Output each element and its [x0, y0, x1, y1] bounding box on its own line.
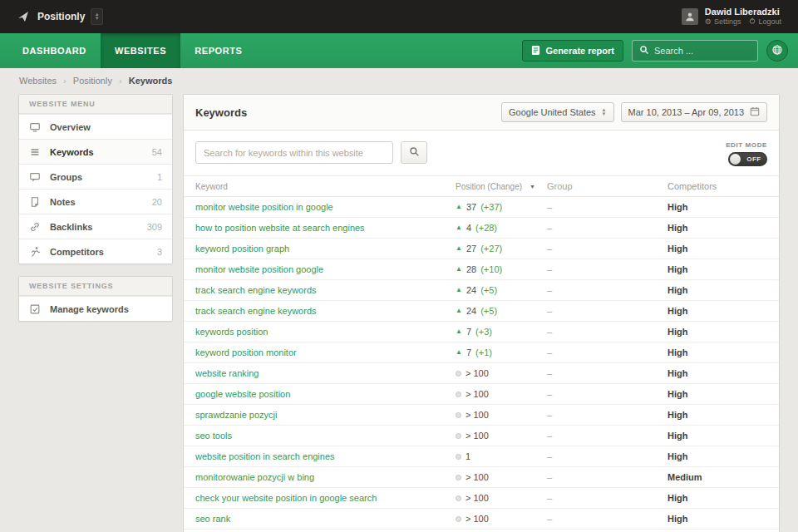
table-row: sprawdzanie pozycji> 100–High: [184, 405, 779, 426]
competitors-cell: High: [667, 410, 767, 420]
generate-report-button[interactable]: Generate report: [522, 40, 623, 62]
brand-name: Positionly: [37, 11, 85, 22]
keyword-link[interactable]: keywords position: [195, 327, 268, 337]
keyword-link[interactable]: sprawdzanie pozycji: [195, 410, 277, 420]
position-cell: > 100: [456, 410, 547, 420]
main-nav: Dashboard Websites Reports Generate repo…: [0, 33, 798, 68]
group-cell: –: [547, 244, 667, 254]
keyword-link[interactable]: google website position: [195, 389, 290, 399]
sidebar-item-competitors[interactable]: Competitors 3: [19, 239, 172, 264]
settings-link[interactable]: ⚙ Settings: [705, 17, 741, 27]
col-keyword[interactable]: Keyword: [195, 182, 456, 191]
table-row: keyword position monitor▲7(+1)–High: [184, 342, 779, 363]
sidebar-item-notes[interactable]: Notes 20: [19, 189, 172, 214]
keyword-link[interactable]: keyword position graph: [195, 244, 289, 254]
keyword-link[interactable]: seo tools: [195, 431, 232, 441]
table-row: website position in search engines1–High: [184, 446, 779, 467]
group-cell: –: [547, 514, 667, 524]
table-row: website ranking> 100–High: [184, 363, 779, 384]
position-no-change-icon: [456, 412, 461, 418]
table-row: keywords position▲7(+3)–High: [184, 322, 779, 342]
position-change: (+28): [475, 223, 497, 233]
keywords-table-body: monitor website position in google▲37(+3…: [184, 197, 779, 532]
breadcrumb: Websites › Positionly › Keywords: [0, 68, 798, 92]
page-title: Keywords: [195, 106, 247, 119]
group-cell: –: [547, 306, 667, 316]
website-menu-title: WEBSITE MENU: [19, 95, 172, 114]
competitors-cell: High: [667, 244, 767, 254]
tab-websites[interactable]: Websites: [101, 33, 180, 68]
col-group[interactable]: Group: [547, 181, 667, 191]
sidebar-item-backlinks[interactable]: Backlinks 309: [19, 214, 172, 239]
item-count: 20: [152, 197, 162, 207]
keyword-cell: track search engine keywords: [195, 305, 456, 317]
positionly-logo-icon: [17, 10, 30, 23]
keyword-link[interactable]: check your website position in google se…: [195, 493, 377, 503]
competitors-cell: High: [667, 223, 767, 233]
keyword-link[interactable]: track search engine keywords: [195, 306, 317, 316]
sidebar-item-manage-keywords[interactable]: Manage keywords: [19, 296, 172, 321]
power-icon: [749, 17, 756, 27]
keyword-link[interactable]: monitor website position in google: [195, 202, 333, 212]
table-row: track search engine keywords▲24(+5)–High: [184, 301, 779, 322]
report-doc-icon: [531, 45, 540, 57]
keyword-link[interactable]: seo rank: [195, 514, 230, 524]
sidebar-item-overview[interactable]: Overview: [19, 114, 172, 139]
breadcrumb-websites[interactable]: Websites: [19, 76, 57, 86]
date-range-picker[interactable]: Mar 10, 2013 – Apr 09, 2013: [621, 102, 767, 122]
keyword-link[interactable]: how to position website at search engine…: [195, 223, 365, 233]
keyword-cell: how to position website at search engine…: [195, 222, 456, 234]
sidebar-item-groups[interactable]: Groups 1: [19, 164, 172, 189]
competitors-cell: High: [667, 327, 767, 337]
keyword-link[interactable]: keyword position monitor: [195, 347, 297, 357]
keyword-link[interactable]: website ranking: [195, 368, 259, 378]
table-row: monitorowanie pozycji w bing> 100–Medium: [184, 467, 779, 488]
position-value: 27: [466, 244, 476, 254]
position-value: > 100: [466, 410, 489, 420]
keyword-search-input[interactable]: [195, 141, 393, 164]
group-cell: –: [547, 389, 667, 399]
competitors-cell: High: [667, 368, 767, 378]
competitors-cell: Medium: [667, 472, 767, 482]
competitors-cell: High: [667, 431, 767, 441]
keyword-cell: seo tools: [195, 430, 456, 441]
website-switcher[interactable]: ▲▼: [91, 8, 103, 25]
col-competitors[interactable]: Competitors: [667, 181, 767, 191]
keyword-cell: seo rank: [195, 513, 456, 525]
tab-dashboard[interactable]: Dashboard: [8, 33, 101, 68]
keyword-link[interactable]: monitor website position google: [195, 264, 323, 274]
keyword-link[interactable]: track search engine keywords: [195, 285, 317, 295]
gear-icon: ⚙: [705, 17, 712, 27]
tab-reports[interactable]: Reports: [180, 33, 256, 68]
breadcrumb-positionly[interactable]: Positionly: [73, 76, 112, 86]
item-count: 3: [157, 247, 162, 257]
keyword-cell: keywords position: [195, 326, 456, 337]
groups-icon: [29, 171, 42, 183]
globe-icon: [771, 44, 783, 58]
group-cell: –: [547, 202, 667, 212]
position-cell: ▲7(+1): [456, 347, 547, 357]
position-cell: ▲24(+5): [456, 285, 547, 295]
group-cell: –: [547, 451, 667, 461]
sidebar-item-keywords[interactable]: Keywords 54: [19, 139, 172, 164]
position-change: (+27): [480, 244, 502, 254]
competitors-cell: High: [667, 306, 767, 316]
position-change: (+5): [480, 306, 497, 316]
keyword-link[interactable]: monitorowanie pozycji w bing: [195, 472, 314, 482]
keyword-link[interactable]: website position in search engines: [195, 451, 335, 461]
language-globe-button[interactable]: [766, 40, 788, 62]
competitors-cell: High: [667, 347, 767, 357]
keyword-search-button[interactable]: [401, 141, 427, 164]
global-search-input[interactable]: [654, 46, 737, 56]
logout-link[interactable]: Logout: [749, 17, 781, 27]
table-row: seo tools> 100–High: [184, 426, 779, 446]
position-change: (+3): [475, 327, 492, 337]
edit-mode-toggle[interactable]: OFF: [728, 152, 767, 166]
position-cell: ▲4(+28): [456, 223, 547, 233]
toggle-state: OFF: [741, 155, 767, 163]
breadcrumb-current: Keywords: [129, 76, 173, 86]
table-row: monitor website position google▲28(+10)–…: [184, 259, 779, 280]
avatar[interactable]: [682, 8, 698, 25]
col-position[interactable]: Position (Change) ▼: [456, 182, 547, 191]
search-engine-select[interactable]: Google United States ▲▼: [501, 102, 614, 122]
